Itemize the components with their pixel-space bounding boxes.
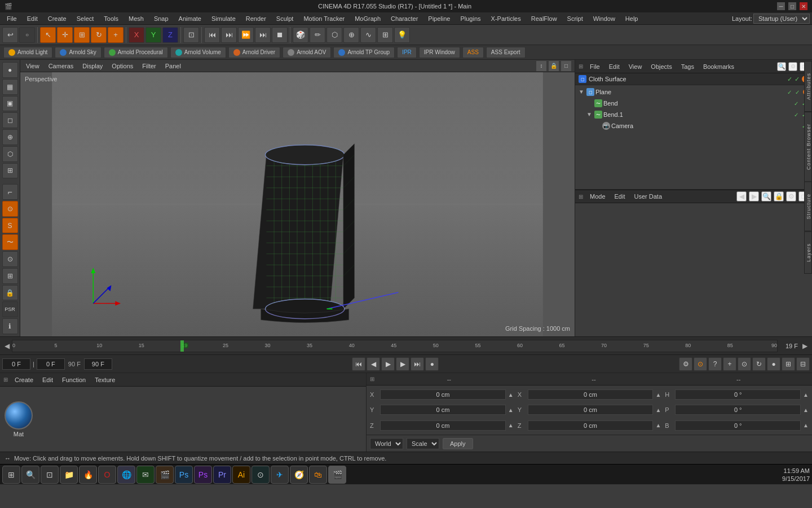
chrome-btn[interactable]: 🌐 (117, 466, 135, 484)
menu-window[interactable]: Window (589, 14, 620, 23)
y-axis-btn[interactable]: Y (145, 27, 161, 43)
menu-help[interactable]: Help (621, 14, 643, 23)
arnold-driver-btn[interactable]: Arnold Driver (228, 47, 280, 58)
photoshop-btn[interactable]: Ps (175, 466, 193, 484)
timeline-left-arrow[interactable]: ◀ (2, 342, 12, 350)
menu-plugins[interactable]: Plugins (456, 14, 485, 23)
light-btn[interactable]: 💡 (394, 27, 410, 43)
menu-realflow[interactable]: RealFlow (527, 14, 562, 23)
browser-btn[interactable]: 🔥 (79, 466, 97, 484)
vp-options-menu[interactable]: Options (109, 62, 135, 71)
tree-row-plane[interactable]: ▼ ◻ Plane ✓ ✓ (575, 86, 812, 98)
safari-btn[interactable]: 🧭 (290, 466, 308, 484)
move-tool[interactable]: ✛ (57, 27, 73, 43)
redo-button[interactable]: ○ (19, 27, 35, 43)
viewport-3d[interactable]: Perspective Grid Spacing : 1000 cm (20, 72, 575, 336)
transform-btn[interactable]: ⊡ (183, 27, 199, 43)
timeline-track[interactable]: 0 5 10 15 19 25 30 35 40 45 50 55 60 65 … (12, 340, 778, 352)
cube-btn[interactable]: 🎲 (293, 27, 308, 43)
coord-y-up[interactable]: ▲ (508, 407, 514, 413)
coord-z-up[interactable]: ▲ (508, 422, 514, 428)
deformer-btn[interactable]: ⊕ (343, 27, 359, 43)
spline-btn[interactable]: ∿ (360, 27, 376, 43)
vp-maximize-icon[interactable]: □ (561, 61, 571, 71)
coord-b-val[interactable] (675, 421, 801, 431)
menu-snap[interactable]: Snap (149, 14, 173, 23)
menu-mograph[interactable]: MoGraph (350, 14, 385, 23)
file-explorer-btn[interactable]: 📁 (60, 466, 78, 484)
lock-btn[interactable]: 🔒 (2, 285, 18, 301)
start-button[interactable]: ⊞ (2, 466, 20, 484)
tree-row-bend1[interactable]: ▼ 〜 Bend.1 ✓ ✓ (575, 109, 812, 120)
material-item[interactable]: Mat (5, 401, 33, 437)
grid-btn[interactable]: ⊞ (782, 357, 795, 371)
ass-export-btn[interactable]: ASS Export (486, 47, 526, 58)
psr-btn[interactable]: PSR (2, 301, 18, 317)
menu-create[interactable]: Create (43, 14, 71, 23)
attr-mode-menu[interactable]: Mode (588, 192, 608, 201)
magnet-btn[interactable]: ⊙ (2, 201, 18, 217)
mat-create-menu[interactable]: Create (12, 375, 36, 384)
attr-search-btn[interactable]: 🔍 (761, 191, 771, 202)
menu-script[interactable]: Script (563, 14, 588, 23)
edge-mode-btn[interactable]: ▦ (2, 79, 18, 95)
render-to-editor-btn[interactable]: ⊙ (694, 357, 707, 371)
close-button[interactable]: ✕ (800, 2, 807, 10)
scale-dropdown[interactable]: Scale (407, 438, 439, 449)
telegram-btn[interactable]: ✈ (271, 466, 289, 484)
illustrator-btn[interactable]: Ai (232, 466, 250, 484)
premiere-btn[interactable]: Pr (213, 466, 231, 484)
coord-z2-pos[interactable] (528, 421, 654, 431)
tweak-mode-btn[interactable]: ⊕ (2, 129, 18, 145)
opera-btn[interactable]: O (98, 466, 116, 484)
menu-file[interactable]: File (2, 14, 21, 23)
obj-file-menu[interactable]: File (588, 62, 602, 71)
record-all-btn[interactable]: ● (767, 357, 780, 371)
undo-button[interactable]: ↩ (2, 27, 18, 43)
unknown-btn[interactable]: ⊙ (251, 466, 270, 484)
menu-render[interactable]: Render (241, 14, 271, 23)
obj-settings-btn[interactable]: ⚙ (788, 62, 797, 71)
menu-x-particles[interactable]: X-Particles (487, 14, 526, 23)
arnold-volume-btn[interactable]: Arnold Volume (170, 47, 226, 58)
tree-row-camera[interactable]: 📷 Camera ✓ (575, 120, 812, 132)
auto-key-all-btn[interactable]: ⊙ (738, 357, 751, 371)
layers-tab[interactable]: Layers (804, 231, 812, 274)
workplane-btn[interactable]: ⊞ (2, 163, 18, 179)
content-browser-tab[interactable]: Content Browser (804, 112, 812, 182)
subdiv-btn[interactable]: ⬡ (326, 27, 342, 43)
menu-motion tracker[interactable]: Motion Tracker (299, 14, 349, 23)
ipr-render-btn[interactable]: ? (708, 357, 722, 371)
world-dropdown[interactable]: World (370, 438, 403, 449)
coord-h-val[interactable] (675, 389, 801, 400)
info-btn[interactable]: ℹ (2, 318, 18, 334)
apply-button[interactable]: Apply (443, 438, 473, 449)
obj-bookmarks-menu[interactable]: Bookmarks (701, 62, 736, 71)
coord-x-up[interactable]: ▲ (508, 392, 514, 398)
points-mode-btn[interactable]: ● (2, 62, 18, 78)
vp-panel-menu[interactable]: Panel (163, 62, 183, 71)
attr-next-btn[interactable]: ▶ (749, 191, 759, 202)
attr-gear-btn[interactable]: ⚙ (786, 191, 796, 202)
tree-row-bend[interactable]: 〜 Bend ✓ ✓ (575, 98, 812, 109)
x-axis-btn[interactable]: X (129, 27, 144, 43)
obj-edit-menu[interactable]: Edit (607, 62, 622, 71)
menu-sculpt[interactable]: Sculpt (272, 14, 298, 23)
motion-path-btn[interactable]: + (723, 357, 736, 371)
mat-edit-menu[interactable]: Edit (40, 375, 55, 384)
loop-btn[interactable]: ↻ (752, 357, 766, 371)
search-btn[interactable]: 🔍 (21, 466, 39, 484)
vp-lock-icon[interactable]: 🔒 (549, 61, 559, 71)
key-all-btn[interactable]: ⏹ (272, 27, 288, 43)
obj-search-btn[interactable]: 🔍 (777, 62, 786, 71)
ass-btn[interactable]: ASS (462, 47, 484, 58)
menu-tools[interactable]: Tools (99, 14, 123, 23)
next-frame-btn[interactable]: ▶ (396, 357, 409, 371)
task-view-btn[interactable]: ⊡ (41, 466, 59, 484)
structure-tab[interactable]: Structure (804, 182, 812, 231)
vp-expand-icon[interactable]: ↕ (536, 61, 546, 71)
coord-p-val[interactable] (675, 405, 801, 415)
cinema-btn[interactable]: 🎬 (328, 466, 346, 484)
layers-btn[interactable]: ⊞ (2, 268, 18, 284)
vp-filter-menu[interactable]: Filter (140, 62, 158, 71)
